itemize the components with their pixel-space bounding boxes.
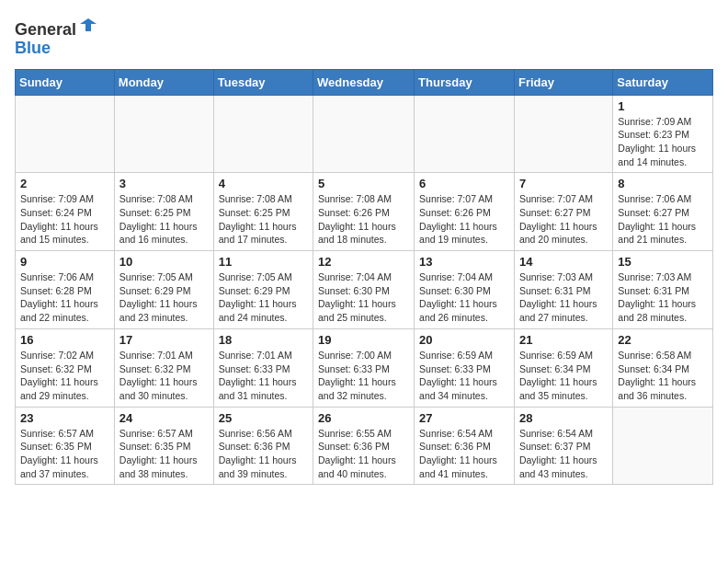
weekday-header-wednesday: Wednesday: [313, 69, 415, 95]
calendar-cell: [114, 95, 213, 173]
day-number: 4: [219, 177, 308, 190]
day-number: 3: [119, 177, 209, 190]
day-number: 8: [618, 177, 708, 190]
day-number: 14: [519, 255, 608, 269]
day-info: Sunrise: 7:05 AM Sunset: 6:29 PM Dayligh…: [219, 270, 308, 325]
weekday-header-thursday: Thursday: [415, 69, 515, 95]
day-info: Sunrise: 7:04 AM Sunset: 6:30 PM Dayligh…: [419, 270, 509, 325]
day-info: Sunrise: 7:08 AM Sunset: 6:25 PM Dayligh…: [219, 192, 308, 247]
day-info: Sunrise: 7:07 AM Sunset: 6:27 PM Dayligh…: [519, 192, 608, 247]
day-number: 17: [119, 333, 209, 347]
day-info: Sunrise: 7:06 AM Sunset: 6:27 PM Dayligh…: [618, 192, 708, 247]
day-info: Sunrise: 6:57 AM Sunset: 6:35 PM Dayligh…: [20, 427, 109, 481]
day-info: Sunrise: 6:59 AM Sunset: 6:34 PM Dayligh…: [519, 349, 608, 403]
calendar-cell: 21Sunrise: 6:59 AM Sunset: 6:34 PM Dayli…: [514, 328, 612, 407]
logo-blue-text: Blue: [15, 40, 98, 58]
day-info: Sunrise: 6:58 AM Sunset: 6:34 PM Dayligh…: [618, 349, 708, 403]
day-info: Sunrise: 7:04 AM Sunset: 6:30 PM Dayligh…: [318, 270, 409, 325]
day-info: Sunrise: 6:57 AM Sunset: 6:35 PM Dayligh…: [119, 427, 209, 481]
calendar-week-row: 2Sunrise: 7:09 AM Sunset: 6:24 PM Daylig…: [16, 173, 713, 251]
calendar-cell: 16Sunrise: 7:02 AM Sunset: 6:32 PM Dayli…: [16, 328, 115, 407]
calendar-cell: 25Sunrise: 6:56 AM Sunset: 6:36 PM Dayli…: [213, 407, 313, 485]
calendar-cell: 8Sunrise: 7:06 AM Sunset: 6:27 PM Daylig…: [613, 173, 713, 251]
svg-marker-0: [80, 18, 97, 31]
day-info: Sunrise: 7:09 AM Sunset: 6:24 PM Dayligh…: [20, 192, 109, 247]
calendar-week-row: 23Sunrise: 6:57 AM Sunset: 6:35 PM Dayli…: [16, 407, 713, 485]
calendar-cell: 17Sunrise: 7:01 AM Sunset: 6:32 PM Dayli…: [114, 328, 213, 407]
calendar-cell: 10Sunrise: 7:05 AM Sunset: 6:29 PM Dayli…: [114, 251, 213, 329]
day-info: Sunrise: 7:07 AM Sunset: 6:26 PM Dayligh…: [419, 192, 509, 247]
day-number: 12: [318, 255, 409, 269]
calendar-week-row: 1Sunrise: 7:09 AM Sunset: 6:23 PM Daylig…: [16, 95, 713, 173]
calendar-cell: [415, 95, 515, 173]
calendar-cell: 18Sunrise: 7:01 AM Sunset: 6:33 PM Dayli…: [213, 328, 313, 407]
day-number: 16: [20, 333, 109, 347]
calendar-cell: [16, 95, 115, 173]
day-number: 20: [419, 333, 509, 347]
calendar-cell: 14Sunrise: 7:03 AM Sunset: 6:31 PM Dayli…: [514, 251, 612, 329]
day-number: 24: [119, 411, 209, 425]
calendar-cell: 20Sunrise: 6:59 AM Sunset: 6:33 PM Dayli…: [415, 328, 515, 407]
calendar-cell: [613, 407, 713, 485]
day-number: 11: [219, 255, 308, 269]
weekday-header-monday: Monday: [114, 69, 213, 95]
day-info: Sunrise: 6:54 AM Sunset: 6:37 PM Dayligh…: [519, 427, 608, 481]
day-number: 13: [419, 255, 509, 269]
day-info: Sunrise: 7:08 AM Sunset: 6:25 PM Dayligh…: [119, 192, 209, 247]
calendar-cell: 26Sunrise: 6:55 AM Sunset: 6:36 PM Dayli…: [313, 407, 415, 485]
calendar-week-row: 16Sunrise: 7:02 AM Sunset: 6:32 PM Dayli…: [16, 328, 713, 407]
day-number: 2: [20, 177, 109, 190]
calendar-cell: 27Sunrise: 6:54 AM Sunset: 6:36 PM Dayli…: [415, 407, 515, 485]
day-info: Sunrise: 7:01 AM Sunset: 6:33 PM Dayligh…: [219, 349, 308, 403]
calendar-cell: 2Sunrise: 7:09 AM Sunset: 6:24 PM Daylig…: [16, 173, 115, 251]
calendar-cell: [313, 95, 415, 173]
day-info: Sunrise: 7:02 AM Sunset: 6:32 PM Dayligh…: [20, 349, 109, 403]
calendar-cell: [514, 95, 612, 173]
day-number: 19: [318, 333, 409, 347]
logo-bird-icon: [78, 15, 98, 35]
page-header: General Blue: [15, 15, 713, 58]
calendar-table: SundayMondayTuesdayWednesdayThursdayFrid…: [15, 69, 713, 486]
calendar-cell: 28Sunrise: 6:54 AM Sunset: 6:37 PM Dayli…: [514, 407, 612, 485]
day-info: Sunrise: 6:59 AM Sunset: 6:33 PM Dayligh…: [419, 349, 509, 403]
calendar-cell: 23Sunrise: 6:57 AM Sunset: 6:35 PM Dayli…: [16, 407, 115, 485]
day-info: Sunrise: 7:03 AM Sunset: 6:31 PM Dayligh…: [618, 270, 708, 325]
day-number: 26: [318, 411, 409, 425]
calendar-cell: 7Sunrise: 7:07 AM Sunset: 6:27 PM Daylig…: [514, 173, 612, 251]
day-number: 6: [419, 177, 509, 190]
logo-general: General: [15, 20, 76, 39]
day-info: Sunrise: 6:56 AM Sunset: 6:36 PM Dayligh…: [219, 427, 308, 481]
day-number: 9: [20, 255, 109, 269]
day-number: 7: [519, 177, 608, 190]
calendar-cell: [213, 95, 313, 173]
calendar-cell: 11Sunrise: 7:05 AM Sunset: 6:29 PM Dayli…: [213, 251, 313, 329]
calendar-cell: 6Sunrise: 7:07 AM Sunset: 6:26 PM Daylig…: [415, 173, 515, 251]
calendar-cell: 1Sunrise: 7:09 AM Sunset: 6:23 PM Daylig…: [613, 95, 713, 173]
calendar-cell: 24Sunrise: 6:57 AM Sunset: 6:35 PM Dayli…: [114, 407, 213, 485]
calendar-cell: 15Sunrise: 7:03 AM Sunset: 6:31 PM Dayli…: [613, 251, 713, 329]
day-info: Sunrise: 7:09 AM Sunset: 6:23 PM Dayligh…: [618, 115, 708, 169]
day-number: 28: [519, 411, 608, 425]
day-info: Sunrise: 6:54 AM Sunset: 6:36 PM Dayligh…: [419, 427, 509, 481]
calendar-cell: 13Sunrise: 7:04 AM Sunset: 6:30 PM Dayli…: [415, 251, 515, 329]
weekday-header-friday: Friday: [514, 69, 612, 95]
calendar-cell: 9Sunrise: 7:06 AM Sunset: 6:28 PM Daylig…: [16, 251, 115, 329]
day-number: 18: [219, 333, 308, 347]
day-number: 25: [219, 411, 308, 425]
calendar-cell: 3Sunrise: 7:08 AM Sunset: 6:25 PM Daylig…: [114, 173, 213, 251]
day-number: 15: [618, 255, 708, 269]
calendar-cell: 4Sunrise: 7:08 AM Sunset: 6:25 PM Daylig…: [213, 173, 313, 251]
logo-text: General: [15, 15, 98, 40]
weekday-header-row: SundayMondayTuesdayWednesdayThursdayFrid…: [16, 69, 713, 95]
day-number: 5: [318, 177, 409, 190]
day-info: Sunrise: 7:00 AM Sunset: 6:33 PM Dayligh…: [318, 349, 409, 403]
calendar-week-row: 9Sunrise: 7:06 AM Sunset: 6:28 PM Daylig…: [16, 251, 713, 329]
day-number: 23: [20, 411, 109, 425]
weekday-header-tuesday: Tuesday: [213, 69, 313, 95]
day-info: Sunrise: 7:03 AM Sunset: 6:31 PM Dayligh…: [519, 270, 608, 325]
logo: General Blue: [15, 15, 98, 58]
day-number: 1: [618, 99, 708, 113]
day-info: Sunrise: 6:55 AM Sunset: 6:36 PM Dayligh…: [318, 427, 409, 481]
day-number: 21: [519, 333, 608, 347]
day-number: 10: [119, 255, 209, 269]
